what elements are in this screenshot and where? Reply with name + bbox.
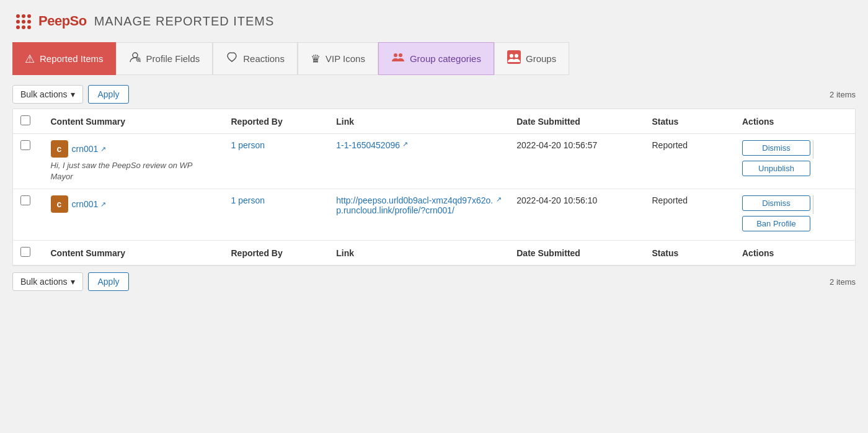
col-header-link: Link [329,109,509,134]
content-cell-1: c crn001 ↗ Hi, I just saw the PeepSo rev… [43,134,224,189]
date-cell-2: 2022-04-20 10:56:10 [509,189,644,241]
groups-icon [507,50,521,67]
svg-point-0 [16,14,20,18]
link-external-icon-1: ↗ [402,140,408,148]
table-row: c crn001 ↗ 1 person [13,189,855,241]
tab-profile-fields[interactable]: Profile Fields [116,42,213,75]
tab-group-categories[interactable]: Group categories [378,42,494,75]
username-link-2[interactable]: crn001 ↗ [72,199,107,209]
svg-point-9 [133,53,138,58]
apply-button-top[interactable]: Apply [88,85,128,104]
chevron-down-icon-bottom: ▾ [71,277,75,287]
reported-by-2: 1 person [231,195,265,205]
tab-vip-icons-label: VIP Icons [326,53,365,64]
reported-by-1: 1 person [231,140,265,150]
link-text-1: 1-1-1650452096 [336,140,400,150]
content-cell-2: c crn001 ↗ [43,189,224,241]
row-checkbox-1[interactable] [20,140,30,150]
tab-profile-fields-label: Profile Fields [146,53,200,64]
status-cell-1: Reported [645,134,735,189]
bulk-actions-dropdown-bottom[interactable]: Bulk actions ▾ [12,272,83,291]
reported-by-link-1[interactable]: 1 person [231,140,265,150]
item-link-1[interactable]: 1-1-1650452096 ↗ [336,140,408,150]
bottom-toolbar: Bulk actions ▾ Apply 2 items [12,272,856,291]
avatar-1: c [51,140,68,158]
svg-point-3 [16,20,20,24]
username-link-1[interactable]: crn001 ↗ [72,144,107,154]
logo-area: PeepSo [12,10,87,32]
items-count-bottom: 2 items [830,277,856,287]
date-cell-1: 2022-04-20 10:56:57 [509,134,644,189]
profile-fields-icon [129,51,141,66]
bulk-actions-dropdown-top[interactable]: Bulk actions ▾ [12,85,83,104]
logo-text: PeepSo [38,13,87,29]
tab-reported-items-label: Reported Items [40,53,104,64]
row-checkbox-2[interactable] [20,195,30,205]
tab-reported-items[interactable]: ⚠ Reported Items [12,42,116,75]
col-header-status: Status [645,109,735,134]
svg-point-6 [16,25,20,29]
content-preview-1: Hi, I just saw the PeepSo review on WP M… [51,160,216,182]
username-2: crn001 [72,199,99,209]
table-row: c crn001 ↗ Hi, I just saw the PeepSo rev… [13,134,855,189]
col-header-actions: Actions [735,109,855,134]
top-toolbar: Bulk actions ▾ Apply 2 items [12,85,856,104]
page-header: PeepSo MANAGE REPORTED ITEMS [12,10,856,32]
tab-vip-icons[interactable]: ♛ VIP Icons [298,42,378,75]
svg-point-17 [515,54,518,58]
reported-by-cell-1: 1 person [224,134,329,189]
select-all-checkbox-top[interactable] [20,115,30,125]
tab-groups-label: Groups [526,53,556,64]
svg-point-13 [394,53,397,57]
table-header-bottom: Content Summary Reported By Link Date Su… [13,241,855,266]
dismiss-button-1[interactable]: Dismiss [742,140,810,156]
status-cell-2: Reported [645,189,735,241]
nav-tabs: ⚠ Reported Items Profile Fields [12,42,856,75]
col-footer-link: Link [329,241,509,266]
group-categories-icon [391,50,405,67]
items-count-top: 2 items [830,90,856,99]
link-external-icon-2: ↗ [496,195,502,203]
ban-profile-button-2[interactable]: Ban Profile [742,216,810,231]
link-text-2: http://peepso.urld0b9acl-xmz4qd97x62o.p.… [336,195,494,215]
svg-point-2 [27,14,31,18]
unpublish-button-1[interactable]: Unpublish [742,161,810,176]
actions-cell-2: Dismiss Ban Profile [735,189,855,241]
col-header-reported-by: Reported By [224,109,329,134]
username-1: crn001 [72,144,99,154]
peepso-logo-icon [12,10,35,32]
svg-point-14 [399,53,402,57]
bulk-actions-label-bottom: Bulk actions [20,277,67,287]
avatar-2: c [51,195,68,213]
bulk-actions-label-top: Bulk actions [20,89,67,99]
item-link-2[interactable]: http://peepso.urld0b9acl-xmz4qd97x62o.p.… [336,195,502,215]
table-header-top: Content Summary Reported By Link Date Su… [13,109,855,134]
col-header-content: Content Summary [43,109,224,134]
reported-by-link-2[interactable]: 1 person [231,195,265,205]
page-title: MANAGE REPORTED ITEMS [94,14,275,29]
chevron-down-icon-top: ▾ [71,89,75,99]
svg-point-7 [22,25,25,29]
warning-icon: ⚠ [25,52,35,66]
svg-point-4 [22,20,25,24]
svg-point-1 [22,14,25,18]
reported-by-cell-2: 1 person [224,189,329,241]
external-link-icon-2: ↗ [100,200,106,208]
col-footer-reported-by: Reported By [224,241,329,266]
apply-button-bottom[interactable]: Apply [88,272,128,291]
vip-crown-icon: ♛ [311,52,321,66]
tab-reactions-label: Reactions [243,53,285,64]
link-cell-1: 1-1-1650452096 ↗ [329,134,509,189]
col-footer-status: Status [645,241,735,266]
col-footer-content: Content Summary [43,241,224,266]
svg-point-16 [510,54,513,58]
col-footer-actions: Actions [735,241,855,266]
external-link-icon-1: ↗ [100,145,106,153]
tab-reactions[interactable]: Reactions [213,42,298,75]
col-header-date: Date Submitted [509,109,644,134]
tab-groups[interactable]: Groups [494,42,569,75]
dismiss-button-2[interactable]: Dismiss [742,195,810,211]
svg-point-8 [27,25,31,29]
actions-divider-2 [813,195,813,214]
select-all-checkbox-bottom[interactable] [20,247,30,257]
